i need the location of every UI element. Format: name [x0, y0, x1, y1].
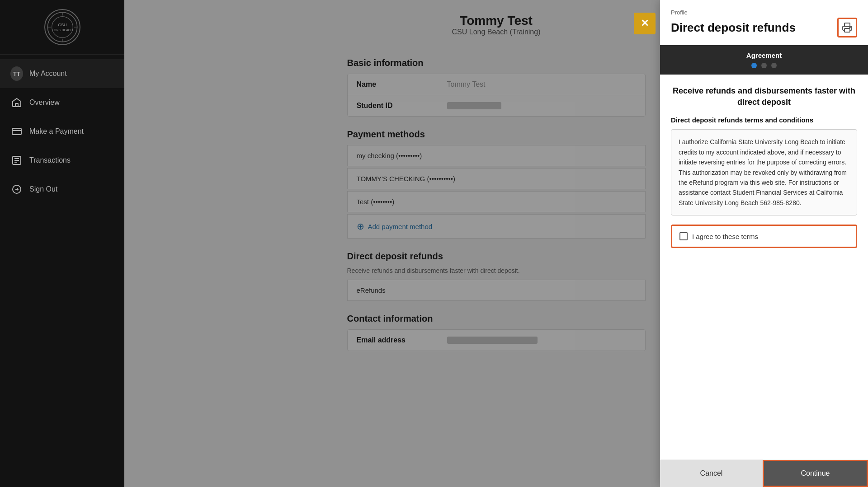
panel-title: Direct deposit refunds	[671, 18, 857, 37]
panel-body: Receive refunds and disbursements faster…	[660, 75, 868, 459]
print-button[interactable]	[837, 18, 857, 37]
profile-label: Profile	[671, 9, 857, 16]
agree-checkbox[interactable]	[679, 232, 688, 240]
panel-title-text: Direct deposit refunds	[671, 21, 796, 35]
agreement-bar: Agreement	[660, 45, 868, 75]
dot-2	[761, 63, 767, 68]
panel-header: Profile Direct deposit refunds	[660, 0, 868, 45]
agreement-dots	[660, 63, 868, 68]
dot-1	[751, 63, 757, 68]
terms-text-box: I authorize California State University …	[671, 129, 857, 215]
panel-footer: Cancel Continue	[660, 459, 868, 487]
close-modal-button[interactable]: ✕	[634, 13, 656, 34]
panel-subtitle: Receive refunds and disbursements faster…	[671, 85, 857, 108]
continue-button[interactable]: Continue	[763, 460, 868, 487]
svg-rect-17	[844, 28, 850, 32]
dot-3	[771, 63, 777, 68]
agree-terms-row[interactable]: I agree to these terms	[671, 225, 857, 248]
svg-point-18	[849, 27, 850, 28]
print-icon	[842, 22, 853, 33]
terms-section-title: Direct deposit refunds terms and conditi…	[671, 116, 857, 124]
agree-label: I agree to these terms	[692, 233, 758, 240]
terms-text: I authorize California State University …	[679, 138, 847, 206]
cancel-button[interactable]: Cancel	[660, 460, 763, 487]
modal-overlay: ✕ Profile Direct deposit refunds Agreeme…	[0, 0, 868, 487]
side-panel: Profile Direct deposit refunds Agreement	[660, 0, 868, 487]
agreement-label: Agreement	[660, 52, 868, 59]
